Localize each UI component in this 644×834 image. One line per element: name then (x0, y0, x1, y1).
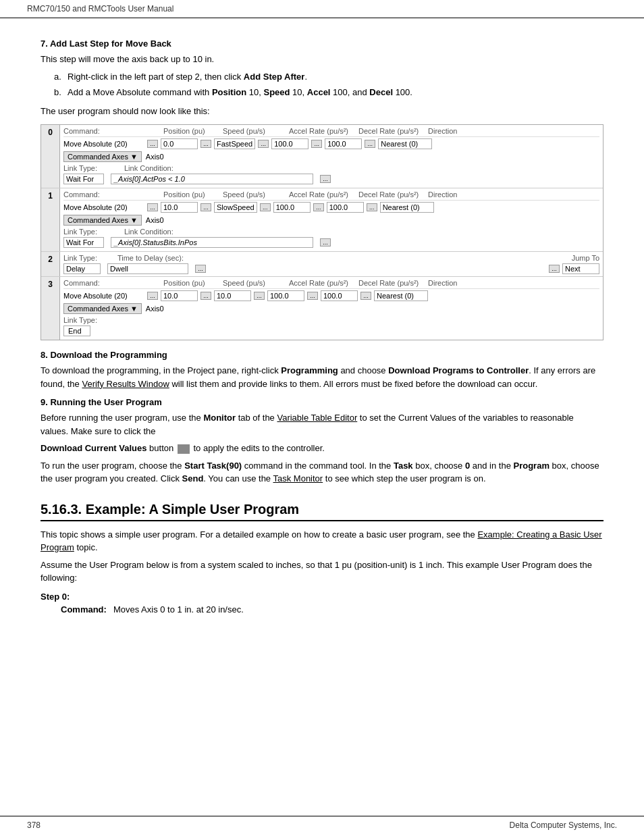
header-bar: RMC70/150 and RMCTools User Manual (0, 0, 644, 18)
list-text-a: Right-click in the left part of step 2, … (68, 70, 307, 84)
step-0-data: Move Absolute (20) ... 0.0 ... FastSpeed… (63, 138, 599, 149)
step0-cmd-row: Command: Moves Axis 0 to 1 in. at 20 in/… (61, 604, 603, 615)
step-3-header: Command: Position (pu) Speed (pu/s) Acce… (63, 279, 599, 289)
step-0-dir: Nearest (0) (378, 138, 432, 149)
section-9-text1: Before running the user program, use the… (41, 411, 603, 438)
col-header-cmd-0: Command: (63, 127, 158, 135)
step-0-pos-btn[interactable]: ... (200, 140, 211, 148)
step0-cmd-value: Moves Axis 0 to 1 in. at 20 in/sec. (113, 604, 244, 615)
step-content-3: Command: Position (pu) Speed (pu/s) Acce… (60, 277, 603, 340)
col-header-decel-0: Decel Rate (pu/s²) (358, 127, 423, 135)
step-2-jump-value: Next (562, 263, 599, 274)
step-3-data: Move Absolute (20) ... 10.0 ... 10.0 ...… (63, 290, 599, 301)
step-1-link-btn[interactable]: ... (320, 238, 331, 246)
step-3-decel-btn[interactable]: ... (360, 292, 371, 300)
step-0-accel-btn[interactable]: ... (311, 140, 322, 148)
section-516-intro2: Assume the User Program below is from a … (41, 558, 603, 585)
step-0-cmd: Move Absolute (20) (63, 140, 144, 148)
step-1-spd-btn[interactable]: ... (260, 203, 271, 211)
list-item-b: b. Add a Move Absolute command with Posi… (54, 86, 603, 99)
step-3-axes: Commanded Axes ▼ Axis0 (63, 303, 599, 314)
section-9-text3: To run the user program, choose the Star… (41, 459, 603, 486)
step-0-link-btn[interactable]: ... (320, 175, 331, 183)
section-7-intro: This step will move the axis back up to … (41, 53, 603, 66)
section-8: 8. Download the Programming To download … (41, 350, 603, 390)
step-0-decel-btn[interactable]: ... (365, 140, 375, 148)
table-row-0: 0 Command: Position (pu) Speed (pu/s) Ac… (41, 125, 603, 188)
step0-cmd-label: Command: (61, 604, 107, 615)
table-row-1: 1 Command: Position (pu) Speed (pu/s) Ac… (41, 188, 603, 252)
header-title: RMC70/150 and RMCTools User Manual (27, 4, 173, 14)
col-header-pos-0: Position (pu) (163, 127, 217, 135)
step-content-1: Command: Position (pu) Speed (pu/s) Acce… (60, 188, 603, 251)
section-9-heading: 9. Running the User Program (41, 397, 603, 407)
col-header-pos-3: Position (pu) (163, 279, 217, 287)
step-1-axis: Axis0 (146, 216, 164, 224)
step-3-spd-btn[interactable]: ... (254, 292, 265, 300)
step-1-link-value: _Axis[0].StatusBits.InPos (111, 237, 313, 248)
step-0-accel: 100.0 (271, 138, 308, 149)
step-3-pos-btn[interactable]: ... (200, 292, 211, 300)
step-1-dir: Nearest (0) (380, 202, 434, 213)
table-row-2: 2 Link Type: Time to Delay (sec): Jump T… (41, 252, 603, 277)
step-3-pos: 10.0 (161, 290, 198, 301)
col-header-pos-1: Position (pu) (163, 190, 217, 199)
col-header-accel-3: Accel Rate (pu/s²) (289, 279, 353, 287)
step-1-data: Move Absolute (20) ... 10.0 ... SlowSpee… (63, 202, 599, 213)
step-1-pos: 10.0 (161, 202, 198, 213)
commanded-axes-btn-0[interactable]: Commanded Axes ▼ (63, 151, 142, 162)
step-1-axes: Commanded Axes ▼ Axis0 (63, 215, 599, 226)
step-0-link-value: _Axis[0].ActPos < 1.0 (111, 174, 313, 184)
step-2-time-label: Time to Delay (sec): (117, 254, 184, 262)
link-type-label-1: Link Type: (63, 228, 97, 236)
section-9-text2: Download Current Values button to apply … (41, 442, 603, 455)
step-3-decel: 100.0 (321, 290, 358, 301)
step-2-dwell-btn[interactable]: ... (195, 265, 206, 273)
step-0-spd-btn[interactable]: ... (258, 140, 269, 148)
step-1-decel-btn[interactable]: ... (367, 203, 377, 211)
step-0-header: Command: Position (pu) Speed (pu/s) Acce… (63, 127, 599, 137)
step0-section: Step 0: Command: Moves Axis 0 to 1 in. a… (41, 592, 603, 615)
col-header-dir-0: Direction (428, 127, 475, 135)
table-row-3: 3 Command: Position (pu) Speed (pu/s) Ac… (41, 277, 603, 340)
section-516: 5.16.3. Example: A Simple User Program T… (41, 502, 603, 615)
step-1-decel: 100.0 (327, 202, 364, 213)
section-7: 7. Add Last Step for Move Back This step… (41, 38, 603, 340)
step-1-pos-btn[interactable]: ... (200, 203, 211, 211)
col-header-decel-1: Decel Rate (pu/s²) (358, 190, 423, 199)
col-header-accel-1: Accel Rate (pu/s²) (289, 190, 353, 199)
step-1-header: Command: Position (pu) Speed (pu/s) Acce… (63, 190, 599, 201)
step-2-link-action: Delay (63, 263, 101, 274)
col-header-accel-0: Accel Rate (pu/s²) (289, 127, 353, 135)
step-3-dir: Nearest (0) (374, 290, 428, 301)
col-header-spd-0: Speed (pu/s) (223, 127, 284, 135)
table-intro: The user program should now look like th… (41, 105, 603, 118)
commanded-axes-btn-3[interactable]: Commanded Axes ▼ (63, 303, 142, 314)
col-header-cmd-1: Command: (63, 190, 158, 199)
step-1-link-action: Wait For (63, 237, 104, 248)
step-0-decel: 100.0 (325, 138, 362, 149)
step-num-2: 2 (41, 252, 60, 276)
col-header-dir-1: Direction (428, 190, 475, 199)
step-1-link-values: Wait For _Axis[0].StatusBits.InPos ... (63, 237, 599, 248)
step-0-cmd-btn[interactable]: ... (147, 140, 158, 148)
commanded-axes-btn-1[interactable]: Commanded Axes ▼ (63, 215, 142, 226)
link-type-label-3: Link Type: (63, 316, 97, 324)
step-3-accel-btn[interactable]: ... (307, 292, 318, 300)
section-8-text: To download the programming, in the Proj… (41, 364, 603, 390)
section-8-heading: 8. Download the Programming (41, 350, 603, 360)
step-2-jump-btn[interactable]: ... (549, 265, 560, 273)
col-header-dir-3: Direction (428, 279, 475, 287)
step-1-cmd-btn[interactable]: ... (147, 203, 158, 211)
page-container: RMC70/150 and RMCTools User Manual 7. Ad… (0, 0, 644, 834)
step-0-link-values: Wait For _Axis[0].ActPos < 1.0 ... (63, 174, 599, 184)
col-header-decel-3: Decel Rate (pu/s²) (358, 279, 423, 287)
step-1-accel-btn[interactable]: ... (313, 203, 324, 211)
step-2-link-type-label: Link Type: (63, 254, 97, 262)
link-type-label-0: Link Type: (63, 164, 97, 172)
col-header-spd-1: Speed (pu/s) (223, 190, 284, 199)
step-2-delay-row: Delay Dwell ... ... Next (63, 263, 599, 274)
step-3-cmd-btn[interactable]: ... (147, 292, 158, 300)
step-content-2: Link Type: Time to Delay (sec): Jump To … (60, 252, 603, 276)
step-1-cmd: Move Absolute (20) (63, 203, 144, 211)
